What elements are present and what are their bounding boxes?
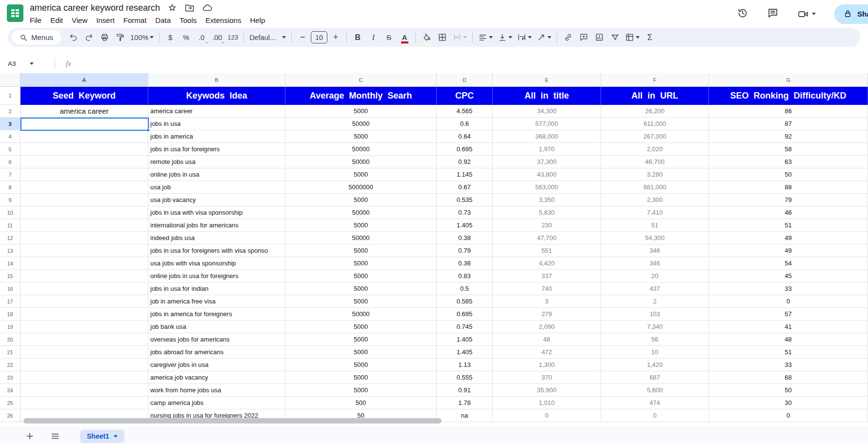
- fill-color-button[interactable]: [419, 30, 434, 45]
- row-header-13[interactable]: 13: [0, 244, 20, 257]
- cell-A5[interactable]: [20, 143, 148, 156]
- cell-A11[interactable]: [20, 219, 148, 232]
- comment-history-icon[interactable]: [767, 7, 779, 21]
- decrease-font-size-button[interactable]: −: [295, 30, 310, 45]
- move-to-folder-icon[interactable]: [184, 3, 195, 13]
- sheet-tab-sheet1[interactable]: Sheet1: [80, 430, 124, 443]
- cell-F1[interactable]: All in URL: [601, 87, 709, 105]
- cell-F3[interactable]: 611,000: [601, 118, 709, 130]
- menu-edit[interactable]: Edit: [46, 15, 67, 25]
- cell-E19[interactable]: 2,090: [493, 321, 601, 333]
- cell-D1[interactable]: CPC: [437, 87, 493, 105]
- all-sheets-button[interactable]: [49, 430, 61, 443]
- insert-table-button[interactable]: [623, 30, 642, 45]
- cell-E21[interactable]: 472: [493, 346, 601, 359]
- row-header-4[interactable]: 4: [0, 130, 20, 143]
- cell-D13[interactable]: 0.79: [437, 244, 493, 257]
- cell-E8[interactable]: 563,000: [493, 181, 601, 194]
- cell-G5[interactable]: 58: [709, 143, 868, 156]
- cell-A13[interactable]: [20, 244, 148, 257]
- text-rotation-button[interactable]: [535, 30, 553, 45]
- cell-C11[interactable]: 5000: [285, 219, 437, 232]
- cell-C4[interactable]: 5000: [285, 130, 437, 143]
- cell-E3[interactable]: 577,000: [493, 118, 601, 130]
- increase-decimal-button[interactable]: .00→: [210, 30, 224, 45]
- cell-E15[interactable]: 337: [493, 270, 601, 283]
- cell-C10[interactable]: 50000: [285, 206, 437, 219]
- cell-C19[interactable]: 5000: [285, 321, 437, 333]
- cell-D6[interactable]: 0.92: [437, 156, 493, 168]
- vertical-align-button[interactable]: [496, 30, 514, 45]
- cell-G21[interactable]: 51: [709, 346, 868, 359]
- insert-link-button[interactable]: [561, 30, 575, 45]
- cell-G1[interactable]: SEO Ronking Difficulty/KD: [709, 87, 868, 105]
- cell-D23[interactable]: 0.555: [437, 371, 493, 384]
- row-header-26[interactable]: 26: [0, 409, 20, 422]
- cell-G14[interactable]: 54: [709, 257, 868, 270]
- row-header-9[interactable]: 9: [0, 194, 20, 206]
- cell-F12[interactable]: 54,300: [601, 232, 709, 244]
- font-select[interactable]: Defaul...: [247, 30, 288, 45]
- cell-F26[interactable]: 0: [601, 409, 709, 422]
- cell-E18[interactable]: 279: [493, 308, 601, 321]
- cell-A8[interactable]: [20, 181, 148, 194]
- row-header-5[interactable]: 5: [0, 143, 20, 156]
- row-header-25[interactable]: 25: [0, 397, 20, 409]
- cell-B5[interactable]: jobs in usa for foreigners: [148, 143, 285, 156]
- cell-F5[interactable]: 2,020: [601, 143, 709, 156]
- column-header-D[interactable]: D: [437, 73, 493, 87]
- cell-E1[interactable]: All in title: [493, 87, 601, 105]
- cell-C8[interactable]: 5000000: [285, 181, 437, 194]
- cell-B25[interactable]: camp america jobs: [148, 397, 285, 409]
- row-header-20[interactable]: 20: [0, 333, 20, 346]
- cell-F22[interactable]: 1,420: [601, 359, 709, 371]
- cell-B7[interactable]: online jobs in usa: [148, 168, 285, 181]
- column-header-B[interactable]: B: [148, 73, 285, 87]
- text-wrap-button[interactable]: [515, 30, 534, 45]
- cell-F23[interactable]: 687: [601, 371, 709, 384]
- cell-G18[interactable]: 57: [709, 308, 868, 321]
- cell-E17[interactable]: 3: [493, 295, 601, 308]
- horizontal-align-button[interactable]: [476, 30, 495, 45]
- cell-A23[interactable]: [20, 371, 148, 384]
- cell-A4[interactable]: [20, 130, 148, 143]
- select-all-corner[interactable]: [0, 73, 20, 87]
- row-header-12[interactable]: 12: [0, 232, 20, 244]
- cell-C18[interactable]: 50000: [285, 308, 437, 321]
- cell-F24[interactable]: 5,600: [601, 384, 709, 397]
- cell-D22[interactable]: 1.13: [437, 359, 493, 371]
- cell-C12[interactable]: 50000: [285, 232, 437, 244]
- star-icon[interactable]: [167, 3, 177, 13]
- more-formats-button[interactable]: 123: [225, 30, 240, 45]
- menu-format[interactable]: Format: [119, 15, 151, 25]
- cell-B18[interactable]: jobs in america for foreigners: [148, 308, 285, 321]
- cell-C21[interactable]: 5000: [285, 346, 437, 359]
- share-button[interactable]: Share: [834, 4, 868, 24]
- row-header-17[interactable]: 17: [0, 295, 20, 308]
- merge-cells-button[interactable]: [450, 30, 469, 45]
- row-header-8[interactable]: 8: [0, 181, 20, 194]
- cell-B12[interactable]: indeed jobs usa: [148, 232, 285, 244]
- join-call-button[interactable]: [797, 8, 816, 20]
- cell-B8[interactable]: usa job: [148, 181, 285, 194]
- column-header-F[interactable]: F: [601, 73, 709, 87]
- cell-D26[interactable]: na: [437, 409, 493, 422]
- cell-E7[interactable]: 43,800: [493, 168, 601, 181]
- name-box[interactable]: A3: [8, 60, 55, 67]
- row-header-16[interactable]: 16: [0, 283, 20, 295]
- cell-B16[interactable]: jobs in usa for indian: [148, 283, 285, 295]
- cell-G26[interactable]: 0: [709, 409, 868, 422]
- cell-A15[interactable]: [20, 270, 148, 283]
- cell-E11[interactable]: 230: [493, 219, 601, 232]
- insert-comment-button[interactable]: [576, 30, 591, 45]
- cell-B22[interactable]: caregiver jobs in usa: [148, 359, 285, 371]
- cell-E2[interactable]: 34,300: [493, 105, 601, 118]
- cell-B24[interactable]: work from home jobs usa: [148, 384, 285, 397]
- sheets-logo[interactable]: [7, 4, 23, 22]
- font-size-input[interactable]: 10: [311, 31, 327, 43]
- row-header-1[interactable]: 1: [0, 87, 20, 105]
- italic-button[interactable]: I: [366, 30, 381, 45]
- zoom-select[interactable]: 100%: [128, 30, 156, 45]
- cell-C22[interactable]: 5000: [285, 359, 437, 371]
- cell-E9[interactable]: 3,350: [493, 194, 601, 206]
